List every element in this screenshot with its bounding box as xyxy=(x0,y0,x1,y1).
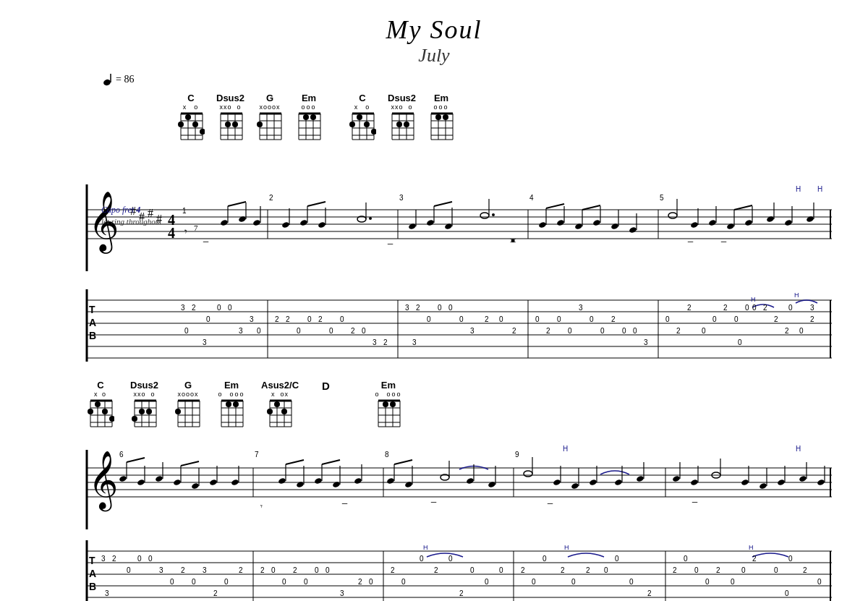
svg-point-12 xyxy=(192,122,198,127)
svg-text:2: 2 xyxy=(112,555,116,563)
let-ring-text: let ring throughout xyxy=(101,217,161,226)
chord-diagram-Em2: Em ooo xyxy=(427,93,455,141)
svg-text:4: 4 xyxy=(168,225,175,241)
chord-label-G: G xyxy=(266,93,273,103)
svg-text:3: 3 xyxy=(250,315,254,323)
svg-text:2: 2 xyxy=(391,566,395,574)
svg-point-56 xyxy=(357,114,362,120)
chord-diagram2-Em2: Em o ooo xyxy=(375,380,402,428)
svg-text:0: 0 xyxy=(745,304,749,312)
svg-line-338 xyxy=(127,458,145,462)
chord-label-C2: C xyxy=(359,93,365,103)
svg-point-163 xyxy=(784,219,793,226)
svg-line-355 xyxy=(286,460,304,464)
svg-point-294 xyxy=(233,401,239,407)
svg-text:2: 2 xyxy=(383,338,388,346)
chord-diagram-C2: C x o xyxy=(349,93,376,141)
chord-grid-C2 xyxy=(349,112,376,141)
svg-text:3: 3 xyxy=(203,566,207,574)
svg-point-114 xyxy=(252,219,261,226)
svg-text:2: 2 xyxy=(586,566,590,574)
svg-text:0: 0 xyxy=(224,578,229,586)
svg-text:0: 0 xyxy=(148,555,153,563)
tempo-marking: = 86 xyxy=(101,72,825,87)
svg-text:3: 3 xyxy=(239,327,243,335)
svg-text:0: 0 xyxy=(694,566,699,574)
svg-text:3: 3 xyxy=(181,304,185,312)
svg-point-70 xyxy=(404,122,409,127)
svg-text:0: 0 xyxy=(427,315,431,323)
svg-text:2: 2 xyxy=(260,566,265,574)
svg-text:0: 0 xyxy=(282,578,286,586)
svg-point-57 xyxy=(364,122,370,127)
svg-text:0: 0 xyxy=(799,327,804,335)
svg-point-271 xyxy=(139,409,145,414)
svg-point-399 xyxy=(759,482,767,490)
svg-point-283 xyxy=(175,409,181,414)
svg-text:0: 0 xyxy=(448,304,453,312)
svg-text:2: 2 xyxy=(416,304,420,312)
svg-point-259 xyxy=(88,409,93,414)
svg-text:A: A xyxy=(89,317,96,328)
svg-point-152 xyxy=(690,221,699,229)
svg-text:0: 0 xyxy=(499,566,503,574)
svg-text:7: 7 xyxy=(255,451,259,459)
chord-grid-Em2 xyxy=(427,112,455,141)
chord-grid-C xyxy=(177,112,205,141)
svg-text:2: 2 xyxy=(181,566,185,574)
svg-text:0: 0 xyxy=(622,327,626,335)
svg-text:0: 0 xyxy=(738,338,742,346)
chord-grid-Dsus2-2 xyxy=(388,112,416,141)
svg-text:𝄾: 𝄾 xyxy=(260,505,263,508)
svg-point-0 xyxy=(103,79,111,87)
svg-text:B: B xyxy=(89,330,96,341)
svg-text:0: 0 xyxy=(362,327,366,335)
svg-text:0: 0 xyxy=(615,555,619,563)
svg-point-139 xyxy=(556,219,565,226)
svg-point-273 xyxy=(132,416,137,422)
svg-text:1: 1 xyxy=(182,207,187,215)
svg-text:0: 0 xyxy=(217,304,221,312)
chord-label-Dsus2-2: Dsus2 xyxy=(388,93,416,103)
svg-point-148 xyxy=(629,226,637,234)
chord-diagram2-Asus2C: Asus2/C x ox xyxy=(261,380,299,428)
svg-text:H: H xyxy=(796,445,801,453)
svg-text:T: T xyxy=(89,555,95,566)
title-section: My Soul July xyxy=(43,14,825,67)
svg-text:0: 0 xyxy=(665,315,670,323)
svg-text:2: 2 xyxy=(723,304,728,312)
svg-point-393 xyxy=(690,479,699,486)
svg-text:2: 2 xyxy=(561,566,565,574)
svg-point-80 xyxy=(435,114,441,120)
svg-text:−: − xyxy=(203,236,209,248)
svg-text:5: 5 xyxy=(660,194,664,202)
svg-text:0: 0 xyxy=(752,304,757,312)
svg-text:2: 2 xyxy=(293,566,297,574)
svg-point-261 xyxy=(109,416,114,422)
svg-text:0: 0 xyxy=(470,566,475,574)
svg-point-317 xyxy=(390,401,396,407)
svg-point-81 xyxy=(443,114,448,120)
chord-label-C: C xyxy=(187,93,194,103)
svg-point-24 xyxy=(225,122,231,127)
svg-point-366 xyxy=(386,477,395,485)
svg-text:0: 0 xyxy=(788,555,793,563)
svg-point-378 xyxy=(524,471,532,477)
svg-text:2: 2 xyxy=(485,315,489,323)
svg-text:H: H xyxy=(564,544,569,551)
svg-text:2: 2 xyxy=(763,304,767,312)
svg-point-109 xyxy=(220,219,229,226)
svg-text:3: 3 xyxy=(412,338,417,346)
svg-text:2: 2 xyxy=(716,566,720,574)
chord-diagram-G: G xooox xyxy=(256,93,284,141)
svg-text:3: 3 xyxy=(203,338,207,346)
chord-label-Em: Em xyxy=(302,93,316,103)
svg-text:0: 0 xyxy=(485,578,489,586)
svg-text:3: 3 xyxy=(101,555,106,563)
svg-text:0: 0 xyxy=(571,578,576,586)
svg-point-159 xyxy=(744,219,753,226)
svg-text:2: 2 xyxy=(213,589,218,597)
svg-text:𝄺: 𝄺 xyxy=(510,234,516,252)
svg-text:2: 2 xyxy=(521,566,525,574)
chord-diagram-C: C x o xyxy=(177,93,205,141)
